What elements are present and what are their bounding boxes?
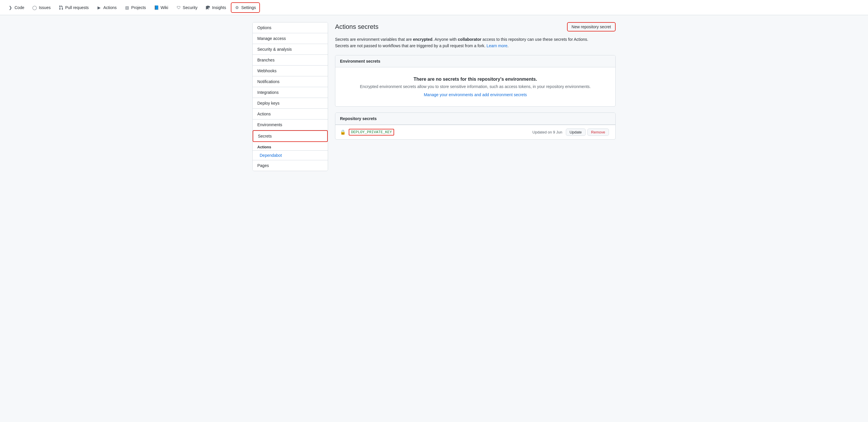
secret-updated: Updated on 9 Jun (532, 130, 562, 134)
new-repository-secret-button[interactable]: New repository secret (567, 22, 616, 31)
description-line2: Secrets are not passed to workflows that… (335, 43, 616, 49)
nav-security-label: Security (183, 5, 198, 10)
nav-pull-requests[interactable]: Pull requests (55, 3, 92, 12)
sidebar-item-manage-access[interactable]: Manage access (253, 33, 328, 44)
sidebar-item-pages[interactable]: Pages (253, 160, 328, 171)
code-icon: ❯ (8, 5, 13, 10)
repo-secrets-header: Repository secrets (335, 113, 615, 125)
learn-more-link[interactable]: Learn more (487, 44, 508, 48)
secret-row: 🔒 DEPLOY_PRIVATE_KEY Updated on 9 Jun Up… (335, 125, 615, 139)
insights-icon (206, 5, 210, 10)
sidebar-item-options[interactable]: Options (253, 23, 328, 33)
nav-projects[interactable]: ▧ Projects (121, 3, 150, 12)
wiki-icon: 📘 (154, 5, 159, 10)
issues-icon: ◯ (32, 5, 37, 10)
sidebar-item-secrets[interactable]: Secrets (253, 130, 328, 142)
nav-code[interactable]: ❯ Code (5, 3, 28, 12)
nav-wiki[interactable]: 📘 Wiki (151, 3, 172, 12)
nav-wiki-label: Wiki (160, 5, 168, 10)
nav-projects-label: Projects (131, 5, 146, 10)
no-secrets-title: There are no secrets for this repository… (340, 77, 611, 82)
env-secrets-body: There are no secrets for this repository… (335, 67, 615, 106)
sidebar-item-deploy-keys[interactable]: Deploy keys (253, 98, 328, 109)
sidebar-item-security-analysis[interactable]: Security & analysis (253, 44, 328, 55)
update-secret-button[interactable]: Update (566, 129, 586, 136)
nav-insights[interactable]: Insights (202, 3, 229, 12)
nav-pr-label: Pull requests (65, 5, 89, 10)
pr-icon (59, 5, 63, 10)
nav-insights-label: Insights (212, 5, 226, 10)
collaborator-bold: collaborator (458, 37, 482, 42)
nav-settings[interactable]: ⚙ Settings (231, 2, 260, 13)
projects-icon: ▧ (125, 5, 129, 10)
nav-security[interactable]: 🛡 Security (173, 3, 201, 12)
repository-secrets-section: Repository secrets 🔒 DEPLOY_PRIVATE_KEY … (335, 112, 616, 140)
nav-actions-label: Actions (103, 5, 117, 10)
nav-code-label: Code (14, 5, 24, 10)
secret-name: DEPLOY_PRIVATE_KEY (349, 129, 394, 136)
sidebar-sub-header: Actions (253, 142, 328, 151)
security-icon: 🛡 (176, 5, 181, 10)
nav-issues[interactable]: ◯ Issues (29, 3, 54, 12)
main-content: Actions secrets New repository secret Se… (335, 22, 616, 140)
sidebar-item-webhooks[interactable]: Webhooks (253, 65, 328, 76)
description-line1: Secrets are environment variables that a… (335, 36, 616, 43)
nav-issues-label: Issues (39, 5, 50, 10)
lock-icon: 🔒 (340, 130, 346, 135)
page-header: Actions secrets New repository secret (335, 22, 616, 31)
sidebar: Options Manage access Security & analysi… (252, 22, 328, 171)
nav-settings-label: Settings (241, 5, 256, 10)
encrypted-bold: encrypted (413, 37, 433, 42)
top-navigation: ❯ Code ◯ Issues Pull requests ▶ Actions … (0, 0, 868, 15)
remove-secret-button[interactable]: Remove (587, 129, 609, 136)
sidebar-item-notifications[interactable]: Notifications (253, 76, 328, 87)
page-title: Actions secrets (335, 23, 378, 31)
description-block: Secrets are environment variables that a… (335, 36, 616, 49)
no-secrets-desc: Encrypted environment secrets allow you … (340, 84, 611, 89)
sidebar-item-actions[interactable]: Actions (253, 109, 328, 119)
nav-actions[interactable]: ▶ Actions (93, 3, 120, 12)
actions-icon: ▶ (97, 5, 101, 10)
sidebar-item-environments[interactable]: Environments (253, 119, 328, 130)
env-secrets-header: Environment secrets (335, 55, 615, 67)
sidebar-item-integrations[interactable]: Integrations (253, 87, 328, 98)
page-layout: Options Manage access Security & analysi… (248, 15, 620, 178)
sidebar-item-branches[interactable]: Branches (253, 55, 328, 65)
environment-secrets-section: Environment secrets There are no secrets… (335, 55, 616, 107)
sidebar-dependabot-link[interactable]: Dependabot (253, 151, 328, 160)
manage-environments-link[interactable]: Manage your environments and add environ… (424, 92, 527, 97)
settings-icon: ⚙ (235, 5, 240, 10)
